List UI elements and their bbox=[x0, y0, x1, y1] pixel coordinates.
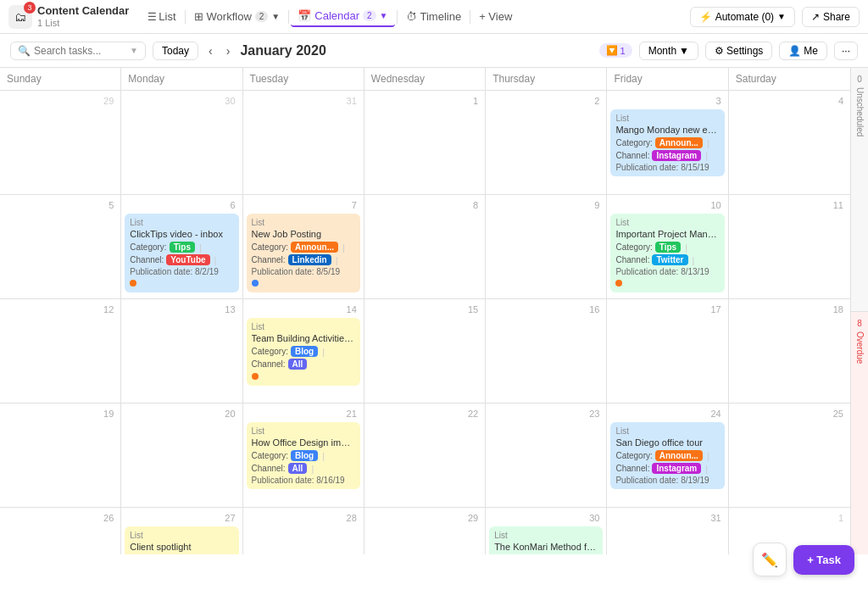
nav-calendar[interactable]: 📅 Calendar 2 ▼ bbox=[291, 6, 394, 27]
day-cell[interactable]: 20 bbox=[121, 404, 242, 508]
day-number: 13 bbox=[125, 303, 238, 318]
day-header-fri: Friday bbox=[607, 68, 728, 90]
search-input[interactable] bbox=[34, 45, 126, 57]
next-month-button[interactable]: › bbox=[223, 42, 234, 59]
day-number: 7 bbox=[247, 198, 360, 214]
day-cell[interactable]: 29 bbox=[0, 91, 121, 195]
calendar-card[interactable]: ListImportant Project Manageme Category:… bbox=[610, 214, 724, 292]
day-cell[interactable]: 30ListThe KonMari Method for Proje Categ… bbox=[486, 508, 607, 554]
calendar-card[interactable]: ListClient spotlight Category: News | Ch… bbox=[125, 526, 238, 554]
day-number: 20 bbox=[125, 407, 238, 422]
more-button[interactable]: ··· bbox=[834, 42, 858, 60]
day-cell[interactable]: 12 bbox=[0, 299, 121, 404]
prev-month-button[interactable]: ‹ bbox=[205, 42, 216, 59]
day-cell[interactable]: 27ListClient spotlight Category: News | … bbox=[121, 508, 242, 554]
unscheduled-label: Unscheduled bbox=[855, 87, 865, 136]
day-cell[interactable]: 9 bbox=[486, 195, 607, 299]
day-number: 4 bbox=[732, 94, 847, 109]
day-cell[interactable]: 3ListMango Monday new employe Category: … bbox=[607, 91, 728, 195]
day-cell[interactable]: 6ListClickTips video - inbox Category: T… bbox=[121, 195, 242, 299]
calendar-card[interactable]: ListSan Diego office tour Category: Anno… bbox=[610, 422, 724, 489]
day-cell[interactable]: 18 bbox=[729, 299, 850, 404]
day-cell[interactable]: 30 bbox=[121, 91, 242, 195]
filter-badge[interactable]: 🔽1 bbox=[599, 43, 632, 58]
search-icon: 🔍 bbox=[18, 45, 31, 57]
day-cell[interactable]: 13 bbox=[121, 299, 242, 404]
search-box[interactable]: 🔍 ▼ bbox=[10, 42, 146, 60]
day-header-wed: Wednesday bbox=[364, 68, 486, 90]
day-cell[interactable]: 28 bbox=[243, 508, 364, 554]
app-title: Content Calendar bbox=[37, 4, 129, 18]
calendar-card[interactable]: ListMango Monday new employe Category: A… bbox=[610, 109, 724, 176]
share-button[interactable]: ↗Share bbox=[802, 7, 860, 27]
calendar-card[interactable]: ListThe KonMari Method for Proje Categor… bbox=[489, 526, 603, 554]
day-number: 30 bbox=[489, 511, 603, 526]
app-subtitle: 1 List bbox=[37, 18, 129, 29]
day-cell[interactable]: 26 bbox=[0, 508, 121, 554]
nav-view[interactable]: + View bbox=[472, 7, 519, 26]
day-cell[interactable]: 1 bbox=[364, 91, 486, 195]
settings-button[interactable]: ⚙Settings bbox=[705, 42, 772, 60]
calendar-card[interactable]: ListHow Office Design impacts P. Categor… bbox=[247, 422, 360, 489]
day-cell[interactable]: 25 bbox=[729, 404, 850, 508]
day-cell[interactable]: 16 bbox=[486, 299, 607, 404]
day-cell[interactable]: 22 bbox=[364, 404, 486, 508]
day-number: 1 bbox=[732, 511, 847, 526]
day-cell[interactable]: 21ListHow Office Design impacts P. Categ… bbox=[243, 404, 364, 508]
day-cell[interactable]: 23 bbox=[486, 404, 607, 508]
day-number: 2 bbox=[489, 94, 603, 109]
day-cell[interactable]: 31 bbox=[243, 91, 364, 195]
day-number: 23 bbox=[489, 407, 603, 422]
calendar-card[interactable]: ListTeam Building Activities: 25 E Categ… bbox=[247, 318, 360, 386]
nav-workflow[interactable]: ⊞ Workflow 2 ▼ bbox=[187, 7, 287, 26]
overdue-label: Overdue bbox=[855, 331, 865, 364]
day-cell[interactable]: 24ListSan Diego office tour Category: An… bbox=[607, 404, 728, 508]
automate-button[interactable]: ⚡Automate (0)▼ bbox=[690, 7, 795, 27]
day-number: 16 bbox=[489, 303, 603, 318]
month-button[interactable]: Month▼ bbox=[639, 42, 698, 60]
day-number: 11 bbox=[732, 198, 847, 214]
nav-list[interactable]: ☰ List bbox=[141, 7, 182, 26]
day-number: 1 bbox=[368, 94, 481, 109]
day-number: 30 bbox=[125, 94, 238, 109]
day-cell[interactable]: 15 bbox=[364, 299, 486, 404]
day-number: 6 bbox=[125, 198, 238, 214]
day-number: 9 bbox=[489, 198, 603, 214]
day-cell[interactable]: 2 bbox=[486, 91, 607, 195]
day-number: 10 bbox=[610, 198, 724, 214]
day-cell[interactable]: 29 bbox=[364, 508, 486, 554]
today-button[interactable]: Today bbox=[153, 42, 198, 60]
app-icon[interactable]: 🗂 3 bbox=[8, 5, 32, 29]
day-number: 22 bbox=[368, 407, 481, 422]
day-number: 24 bbox=[610, 407, 724, 422]
day-header-sat: Saturday bbox=[729, 68, 850, 90]
day-cell[interactable]: 17 bbox=[607, 299, 728, 404]
calendar-card[interactable]: ListNew Job Posting Category: Announ... … bbox=[247, 214, 360, 292]
day-cell[interactable]: 7ListNew Job Posting Category: Announ...… bbox=[243, 195, 364, 299]
day-cell[interactable]: 11 bbox=[729, 195, 850, 299]
day-cell[interactable]: 8 bbox=[364, 195, 486, 299]
me-button[interactable]: 👤Me bbox=[779, 42, 827, 60]
notification-badge: 3 bbox=[24, 2, 36, 14]
day-cell[interactable]: 10ListImportant Project Manageme Categor… bbox=[607, 195, 728, 299]
month-year-label: January 2020 bbox=[240, 43, 326, 58]
nav-timeline[interactable]: ⏱ Timeline bbox=[399, 7, 469, 26]
task-fab-button[interactable]: + Task bbox=[793, 545, 854, 555]
calendar-card[interactable]: ListClickTips video - inbox Category: Ti… bbox=[125, 214, 238, 292]
day-cell[interactable]: 19 bbox=[0, 404, 121, 508]
day-number: 5 bbox=[3, 198, 117, 214]
day-cell[interactable]: 31 bbox=[607, 508, 728, 554]
day-number: 3 bbox=[610, 94, 724, 109]
day-number: 31 bbox=[610, 511, 724, 526]
day-cell[interactable]: 4 bbox=[729, 91, 850, 195]
day-header-thu: Thursday bbox=[486, 68, 607, 90]
day-number: 26 bbox=[3, 511, 117, 526]
edit-fab-button[interactable]: ✏️ bbox=[753, 543, 787, 554]
day-number: 17 bbox=[610, 303, 724, 318]
day-header-tue: Tuesday bbox=[243, 68, 364, 90]
day-number: 27 bbox=[125, 511, 238, 526]
day-number: 31 bbox=[247, 94, 360, 109]
day-cell[interactable]: 14ListTeam Building Activities: 25 E Cat… bbox=[243, 299, 364, 404]
day-cell[interactable]: 5 bbox=[0, 195, 121, 299]
day-number: 29 bbox=[3, 94, 117, 109]
